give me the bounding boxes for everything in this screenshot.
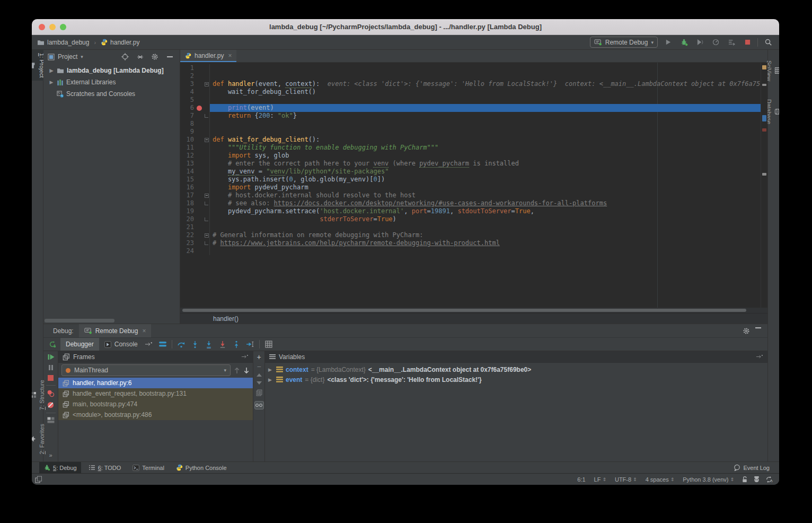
lock-icon[interactable] (742, 476, 748, 483)
code-line-21[interactable]: 21 (180, 223, 767, 231)
stripe-button-7-structure[interactable]: 7: Structure (32, 377, 46, 413)
status-item-6-1[interactable]: 6:1 (577, 476, 585, 483)
code-line-17[interactable]: 17 # host.docker.internal should resolve… (180, 191, 767, 199)
step-into-my-code-button[interactable] (217, 338, 228, 350)
code-line-7[interactable]: 7 return {200: "ok"} (180, 112, 767, 120)
frame-row[interactable]: handle_event_request, bootstrap.py:131 (58, 388, 253, 399)
fold-gutter[interactable] (204, 96, 210, 104)
highlighting-level-icon[interactable] (753, 476, 760, 483)
fold-gutter[interactable] (204, 80, 210, 88)
step-over-button[interactable] (175, 338, 187, 350)
breakpoint-gutter[interactable] (195, 88, 204, 96)
remove-watch-button[interactable]: − (257, 364, 261, 369)
variable-row[interactable]: ▶context= {LambdaContext}<__main__.Lambd… (265, 364, 767, 374)
fold-gutter[interactable] (204, 191, 210, 199)
expand-arrow-icon[interactable]: ▶ (268, 377, 273, 382)
step-into-button[interactable] (189, 338, 201, 350)
stripe-button-2-favorites[interactable]: 2: Favorites (32, 421, 46, 457)
fold-gutter[interactable] (204, 239, 210, 247)
code-line-20[interactable]: 20 stderrToServer=True) (180, 215, 767, 223)
tool-window-button-python-console[interactable]: Python Console (172, 462, 231, 473)
code-line-1[interactable]: 1 (180, 64, 767, 72)
code-line-24[interactable]: 24 (180, 247, 767, 255)
pin-icon[interactable] (241, 354, 249, 359)
status-item-utf-8[interactable]: UTF-8⇕ (615, 476, 637, 483)
fold-end-icon[interactable] (205, 217, 208, 221)
frame-row[interactable]: main, bootstrap.py:474 (58, 399, 253, 409)
close-tab-icon[interactable]: × (228, 52, 232, 59)
layout-settings-icon[interactable] (157, 338, 169, 350)
debug-button[interactable] (678, 37, 690, 48)
breakpoint-gutter[interactable] (195, 96, 204, 104)
breakpoint-gutter[interactable] (195, 176, 204, 184)
locate-file-icon[interactable] (119, 51, 131, 63)
breakpoint-gutter[interactable] (195, 80, 204, 88)
stop-button[interactable] (742, 37, 753, 48)
stop-button[interactable] (47, 374, 54, 381)
code-line-9[interactable]: 9 (180, 128, 767, 136)
add-watch-button[interactable]: + (257, 354, 261, 360)
concurrency-diagram-button[interactable] (726, 37, 737, 48)
code-line-18[interactable]: 18 # see also: https://docs.docker.com/d… (180, 199, 767, 207)
fold-gutter[interactable] (204, 168, 210, 176)
fold-gutter[interactable] (204, 184, 210, 191)
code-line-11[interactable]: 11 """Utility function to enable debuggi… (180, 144, 767, 152)
fold-end-icon[interactable] (205, 202, 208, 205)
event-log-button[interactable]: Event Log (734, 464, 770, 471)
chevron-down-icon[interactable]: ▾ (81, 54, 83, 59)
breakpoint-gutter[interactable] (195, 64, 204, 72)
hide-panel-icon[interactable] (164, 51, 175, 63)
tool-window-button-6-todo[interactable]: 6: TODO (84, 462, 126, 473)
rerun-button[interactable] (47, 338, 58, 350)
fold-open-icon[interactable] (205, 138, 209, 142)
breakpoint-gutter[interactable] (195, 207, 204, 215)
next-frame-button[interactable] (243, 367, 250, 374)
thread-dropdown[interactable]: MainThread ▾ (61, 364, 231, 376)
expand-arrow-icon[interactable]: ▶ (268, 367, 273, 372)
hide-panel-icon[interactable] (755, 327, 761, 335)
editor-tab-handler-py[interactable]: handler.py × (180, 50, 236, 62)
expand-arrow-icon[interactable]: ▶ (49, 68, 54, 73)
breakpoint-gutter[interactable] (195, 120, 204, 128)
project-tree-item[interactable]: Scratches and Consoles (43, 88, 180, 100)
pin-tab-icon[interactable] (143, 338, 155, 350)
show-watches-toggle[interactable] (254, 401, 264, 409)
fold-gutter[interactable] (204, 223, 210, 231)
run-button[interactable] (662, 37, 674, 48)
code-line-6[interactable]: 6 print(event) (180, 104, 767, 112)
run-with-coverage-button[interactable] (694, 37, 705, 48)
fold-gutter[interactable] (204, 176, 210, 184)
expand-arrow-icon[interactable]: ▶ (49, 80, 54, 85)
code-line-2[interactable]: 2 (180, 72, 767, 80)
project-hscrollbar[interactable] (45, 319, 114, 322)
editor-hscrollbar[interactable] (180, 308, 767, 313)
breadcrumb-file[interactable]: handler.py (110, 39, 139, 46)
fold-end-icon[interactable] (205, 241, 208, 245)
fold-gutter[interactable] (204, 231, 210, 239)
fold-gutter[interactable] (204, 128, 210, 136)
run-configuration-select[interactable]: Remote Debug ▾ (590, 37, 658, 48)
editor-breadcrumb[interactable]: handler() (180, 313, 767, 324)
breakpoint-gutter[interactable] (195, 72, 204, 80)
force-step-into-button[interactable] (203, 338, 215, 350)
close-session-icon[interactable]: × (142, 327, 146, 335)
code-line-15[interactable]: 15 sys.path.insert(0, glob.glob(my_venv)… (180, 176, 767, 184)
variable-row[interactable]: ▶event= {dict}<class 'dict'>: {'message'… (265, 374, 767, 385)
move-watch-down-button[interactable] (257, 381, 262, 385)
breakpoint-gutter[interactable] (195, 168, 204, 176)
tool-window-button-5-debug[interactable]: 5: Debug (39, 462, 81, 473)
breakpoint-gutter[interactable] (195, 112, 204, 120)
profile-button[interactable] (710, 37, 721, 48)
breakpoint-gutter[interactable] (195, 223, 204, 231)
code-line-22[interactable]: 22# General information on remote debugg… (180, 231, 767, 239)
breakpoint-gutter[interactable] (195, 160, 204, 168)
code-line-10[interactable]: 10def wait_for_debug_client(): (180, 136, 767, 144)
project-tree-item[interactable]: ▶External Libraries (43, 76, 180, 88)
gear-icon[interactable] (149, 51, 161, 63)
breakpoint-gutter[interactable] (195, 247, 204, 255)
fold-end-icon[interactable] (205, 114, 208, 118)
fold-gutter[interactable] (204, 88, 210, 96)
previous-frame-button[interactable] (234, 367, 240, 374)
restore-layout-button[interactable] (47, 417, 55, 423)
project-panel-title[interactable]: Project (58, 53, 77, 60)
